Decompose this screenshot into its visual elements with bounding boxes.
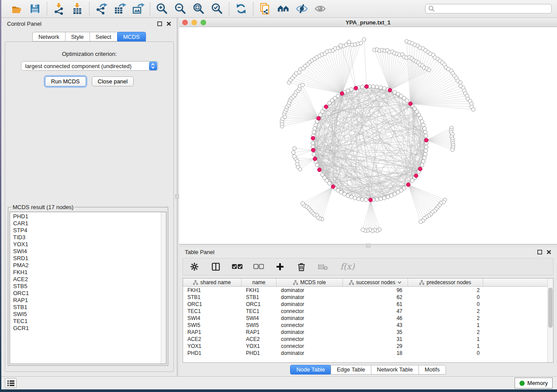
network-node[interactable]	[427, 68, 431, 72]
close-panel-button[interactable]: Close panel	[92, 76, 134, 86]
result-node-item[interactable]: ACE2	[13, 276, 166, 283]
network-node[interactable]	[314, 123, 318, 127]
result-node-item[interactable]: STB5	[13, 283, 166, 290]
result-node-item[interactable]: SWI5	[13, 311, 166, 318]
export-image-button[interactable]	[131, 2, 145, 15]
cell-successor-nodes[interactable]: 29	[343, 343, 408, 349]
mcds-hub-node[interactable]	[317, 117, 321, 120]
result-node-item[interactable]: FKH1	[13, 269, 166, 276]
result-node-item[interactable]: RAP1	[13, 297, 166, 304]
cell-shared-name[interactable]: ACE2	[183, 336, 242, 342]
network-node[interactable]	[301, 201, 305, 205]
maximize-window-icon[interactable]	[201, 20, 206, 25]
mcds-hub-node[interactable]	[418, 167, 422, 171]
network-node[interactable]	[423, 130, 427, 134]
mcds-hub-node[interactable]	[324, 105, 328, 109]
cell-successor-nodes[interactable]: 62	[343, 294, 408, 300]
network-node[interactable]	[424, 149, 428, 153]
zoom-fit-button[interactable]	[192, 2, 205, 15]
cell-predecessor-nodes[interactable]: 2	[408, 315, 483, 321]
mcds-hub-node[interactable]	[340, 92, 344, 96]
cell-name[interactable]: PHD1	[242, 350, 277, 356]
result-node-item[interactable]: PHD1	[13, 213, 166, 220]
network-node[interactable]	[405, 99, 409, 103]
network-node[interactable]	[375, 85, 379, 89]
scrollbar-thumb[interactable]	[548, 288, 553, 328]
table-settings-button[interactable]	[189, 261, 200, 272]
mcds-hub-node[interactable]	[388, 88, 392, 92]
cell-MCDS-role[interactable]: dominator	[277, 350, 343, 356]
cell-predecessor-nodes[interactable]: 1	[408, 343, 483, 349]
network-node[interactable]	[349, 195, 353, 199]
network-node[interactable]	[379, 86, 383, 89]
network-node[interactable]	[410, 179, 414, 182]
column-header-shared-name[interactable]: shared name	[183, 279, 242, 286]
cell-shared-name[interactable]: STB1	[183, 294, 242, 300]
table-scrollbar[interactable]	[547, 279, 553, 362]
mcds-hub-node[interactable]	[313, 157, 317, 161]
cell-predecessor-nodes[interactable]: 2	[408, 329, 483, 335]
hide-selected-button[interactable]	[295, 2, 308, 15]
network-node[interactable]	[379, 197, 383, 201]
cell-shared-name[interactable]: SWI4	[183, 315, 242, 321]
cell-MCDS-role[interactable]: dominator	[277, 287, 343, 293]
cell-predecessor-nodes[interactable]: 2	[408, 308, 483, 314]
cell-name[interactable]: STB1	[242, 294, 277, 300]
open-file-button[interactable]	[10, 2, 23, 15]
network-node[interactable]	[360, 85, 364, 89]
network-node[interactable]	[420, 120, 424, 124]
network-node[interactable]	[291, 151, 295, 155]
cell-shared-name[interactable]: TEC1	[183, 308, 242, 314]
column-header-MCDS-role[interactable]: MCDS role	[277, 279, 343, 286]
new-network-from-selection-button[interactable]	[259, 2, 272, 15]
cell-MCDS-role[interactable]: dominator	[277, 315, 343, 321]
cell-predecessor-nodes[interactable]: 1	[408, 322, 483, 328]
network-node[interactable]	[420, 163, 424, 167]
network-node[interactable]	[349, 88, 353, 92]
network-node[interactable]	[422, 123, 426, 127]
memory-button[interactable]: Memory	[515, 378, 553, 389]
tab-edge-table[interactable]: Edge Table	[331, 365, 371, 375]
mcds-hub-node[interactable]	[354, 86, 358, 90]
cell-predecessor-nodes[interactable]: 0	[408, 301, 483, 307]
tab-network-table[interactable]: Network Table	[371, 365, 419, 375]
network-node[interactable]	[312, 130, 316, 134]
result-node-item[interactable]: TEC1	[13, 318, 166, 325]
network-node[interactable]	[360, 198, 364, 202]
cell-shared-name[interactable]: ORC1	[183, 301, 242, 307]
table-row[interactable]: SWI5SWI5connector431	[183, 322, 553, 329]
network-node[interactable]	[301, 83, 304, 87]
result-node-item[interactable]: YOX1	[13, 241, 166, 248]
network-node[interactable]	[313, 127, 317, 131]
cell-MCDS-role[interactable]: connector	[277, 308, 343, 314]
table-row[interactable]: SWI4SWI4dominator462	[183, 315, 553, 322]
network-node[interactable]	[422, 159, 426, 163]
cell-shared-name[interactable]: RAP1	[183, 329, 242, 335]
cell-predecessor-nodes[interactable]: 1	[408, 336, 483, 342]
tab-mcds[interactable]: MCDS	[117, 32, 146, 41]
zoom-out-button[interactable]	[174, 2, 187, 15]
cell-successor-nodes[interactable]: 31	[343, 336, 408, 342]
close-panel-icon[interactable]	[547, 250, 551, 254]
cell-name[interactable]: RAP1	[242, 329, 277, 335]
cell-MCDS-role[interactable]: connector	[277, 322, 343, 328]
mcds-hub-node[interactable]	[311, 136, 315, 140]
cell-name[interactable]: SWI5	[242, 322, 277, 328]
network-node[interactable]	[422, 156, 426, 160]
mcds-hub-node[interactable]	[414, 174, 418, 178]
network-node[interactable]	[321, 173, 325, 177]
network-node[interactable]	[311, 141, 315, 145]
cell-predecessor-nodes[interactable]: 0	[408, 350, 483, 356]
splitter-grip[interactable]	[175, 194, 179, 199]
cell-MCDS-role[interactable]: dominator	[277, 329, 343, 335]
network-node[interactable]	[375, 198, 379, 202]
cell-successor-nodes[interactable]: 96	[343, 287, 408, 293]
cell-successor-nodes[interactable]: 35	[343, 329, 408, 335]
network-node[interactable]	[364, 198, 368, 202]
cell-MCDS-role[interactable]: dominator	[277, 294, 343, 300]
network-node[interactable]	[450, 148, 454, 152]
result-list-scrollbar[interactable]	[161, 212, 166, 364]
minimize-window-icon[interactable]	[191, 20, 197, 25]
run-mcds-button[interactable]: Run MCDS	[45, 76, 86, 86]
mcds-hub-node[interactable]	[369, 198, 373, 202]
